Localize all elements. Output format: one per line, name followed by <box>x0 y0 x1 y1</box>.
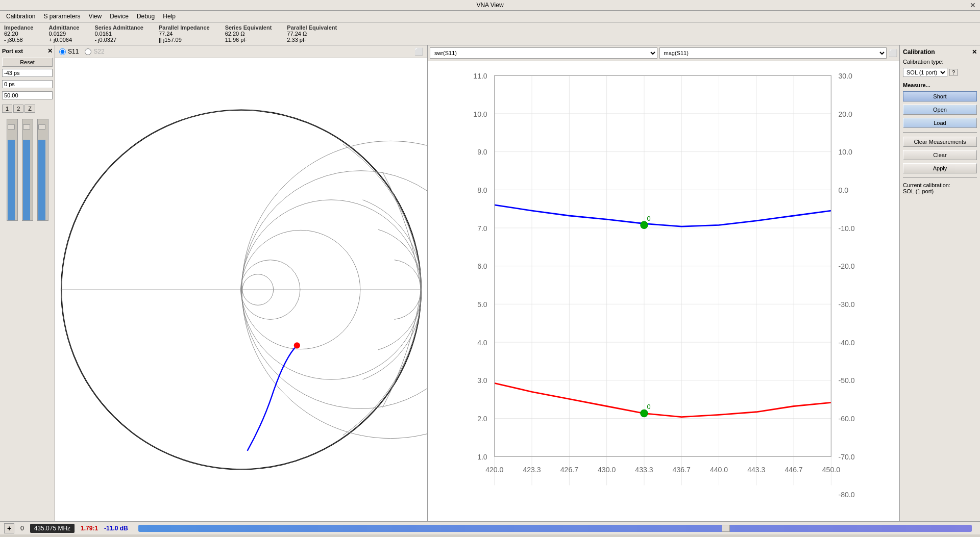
menu-debug[interactable]: Debug <box>133 12 159 21</box>
svg-text:-20.0: -20.0 <box>838 262 854 270</box>
smith-maximize-button[interactable]: ⬜ <box>414 47 423 56</box>
close-button[interactable]: ✕ <box>970 1 976 9</box>
series-equivalent-value2: 11.96 pF <box>225 37 272 43</box>
cal-panel-close-button[interactable]: ✕ <box>972 48 977 56</box>
frequency-display: 435.075 MHz <box>30 524 75 533</box>
apply-button[interactable]: Apply <box>903 163 977 173</box>
smith-canvas <box>55 58 427 521</box>
short-button[interactable]: Short <box>903 91 977 101</box>
menu-sparameters[interactable]: S parameters <box>39 12 84 21</box>
svg-text:-80.0: -80.0 <box>838 491 854 499</box>
series-equivalent-group: Series Equivalent 62.20 Ω 11.96 pF <box>225 24 272 43</box>
red-marker <box>641 410 648 417</box>
svg-point-9 <box>294 342 300 348</box>
chart-dropdown-2[interactable]: mag(S11) <box>659 47 887 59</box>
titlebar: VNA View ✕ <box>0 0 980 11</box>
open-button[interactable]: Open <box>903 105 977 115</box>
status-num: 0 <box>20 525 24 532</box>
frequency-slider-track[interactable] <box>138 525 972 532</box>
svg-text:-10.0: -10.0 <box>838 224 854 233</box>
parallel-impedance-group: Parallel Impedance 77.24 || j157.09 <box>159 24 210 43</box>
svg-text:9.0: 9.0 <box>477 148 487 156</box>
s11-radio-label[interactable]: S11 <box>59 48 79 55</box>
menu-calibration[interactable]: Calibration <box>2 12 39 21</box>
window-title: VNA View <box>476 2 503 9</box>
load-button[interactable]: Load <box>903 118 977 128</box>
svg-text:3.0: 3.0 <box>477 376 487 385</box>
series-admittance-group: Series Admittance 0.0161 - j0.0327 <box>94 24 143 43</box>
svg-text:-30.0: -30.0 <box>838 300 854 309</box>
cal-type-label: Calibration type: <box>903 59 944 65</box>
svg-text:8.0: 8.0 <box>477 186 487 194</box>
svg-text:7.0: 7.0 <box>477 224 487 233</box>
port-ext-label: Port ext <box>2 48 23 54</box>
svg-text:6.0: 6.0 <box>477 262 487 270</box>
svg-text:30.0: 30.0 <box>838 72 852 80</box>
smith-svg <box>55 58 427 521</box>
parallel-equivalent-group: Parallel Equivalent 77.24 Ω 2.33 pF <box>287 24 337 43</box>
svg-text:433.3: 433.3 <box>635 466 653 474</box>
reset-button[interactable]: Reset <box>2 58 53 67</box>
svg-text:-70.0: -70.0 <box>838 453 854 461</box>
port-tab-1[interactable]: 1 <box>2 105 12 113</box>
add-button[interactable]: + <box>4 523 14 533</box>
clear-button[interactable]: Clear <box>903 150 977 160</box>
s11-label: S11 <box>68 48 79 55</box>
svg-text:0: 0 <box>647 215 651 222</box>
svg-text:-50.0: -50.0 <box>838 376 854 385</box>
series-admittance-label: Series Admittance <box>94 24 143 31</box>
svg-text:443.3: 443.3 <box>747 466 765 474</box>
slider-3[interactable] <box>37 119 48 221</box>
svg-text:436.7: 436.7 <box>673 466 691 474</box>
port-tab-2[interactable]: 2 <box>13 105 23 113</box>
chart-dropdown-1[interactable]: swr(S11) <box>430 47 657 59</box>
svg-text:2.0: 2.0 <box>477 415 487 423</box>
cal-panel-title: Calibration <box>903 48 935 56</box>
svg-text:426.7: 426.7 <box>560 466 578 474</box>
parallel-impedance-label: Parallel Impedance <box>159 24 210 31</box>
slider-2[interactable] <box>22 119 33 221</box>
svg-text:0.0: 0.0 <box>838 186 848 194</box>
port-ext-close-button[interactable]: ✕ <box>47 47 53 55</box>
s22-label: S22 <box>93 48 104 55</box>
cal-type-select[interactable]: SOL (1 port) <box>903 68 947 77</box>
clear-measurements-button[interactable]: Clear Measurements <box>903 137 977 147</box>
parallel-equivalent-value1: 77.24 Ω <box>287 31 337 37</box>
smith-chart-container: S11 S22 ⬜ <box>55 45 428 521</box>
svg-text:10.0: 10.0 <box>473 110 487 118</box>
menu-device[interactable]: Device <box>106 12 133 21</box>
help-button[interactable]: ? <box>949 69 958 76</box>
parallel-equivalent-value2: 2.33 pF <box>287 37 337 43</box>
chart-svg: 11.0 10.0 9.0 8.0 7.0 6.0 5.0 4.0 3.0 2.… <box>428 61 899 521</box>
s22-radio-label[interactable]: S22 <box>85 48 104 55</box>
measurements-bar: Impedance 62.20 - j30.58 Admittance 0.01… <box>0 22 980 45</box>
chart-area: 11.0 10.0 9.0 8.0 7.0 6.0 5.0 4.0 3.0 2.… <box>428 61 899 521</box>
cal-divider-2 <box>903 177 977 178</box>
port-tabs: 1 2 Z <box>2 105 53 113</box>
slider-1[interactable] <box>7 119 18 221</box>
chart-header: swr(S11) mag(S11) ⬜ <box>428 45 899 61</box>
s11-radio[interactable] <box>59 48 66 55</box>
menubar: Calibration S parameters View Device Deb… <box>0 11 980 22</box>
menu-help[interactable]: Help <box>159 12 180 21</box>
current-cal-label: Current calibration: <box>903 182 950 188</box>
port-ext-header: Port ext ✕ <box>2 47 53 55</box>
main-container: Port ext ✕ Reset 1 2 Z <box>0 45 980 521</box>
impedance-input[interactable] <box>2 91 53 99</box>
statusbar: + 0 435.075 MHz 1.79:1 -11.0 dB <box>0 521 980 534</box>
menu-view[interactable]: View <box>84 12 106 21</box>
delay-input-1[interactable] <box>2 69 53 77</box>
svg-text:4.0: 4.0 <box>477 339 487 347</box>
svg-text:450.0: 450.0 <box>822 466 840 474</box>
port-tab-z[interactable]: Z <box>24 105 35 113</box>
blue-marker <box>641 221 648 228</box>
svg-text:423.3: 423.3 <box>523 466 541 474</box>
cal-panel-header: Calibration ✕ <box>903 48 977 56</box>
frequency-slider-thumb[interactable] <box>722 525 730 532</box>
chart-maximize-button[interactable]: ⬜ <box>889 49 897 57</box>
admittance-value2: + j0.0064 <box>48 37 79 43</box>
series-admittance-value1: 0.0161 <box>94 31 143 37</box>
s22-radio[interactable] <box>85 48 91 55</box>
parallel-impedance-value1: 77.24 <box>159 31 210 37</box>
delay-input-2[interactable] <box>2 80 53 88</box>
